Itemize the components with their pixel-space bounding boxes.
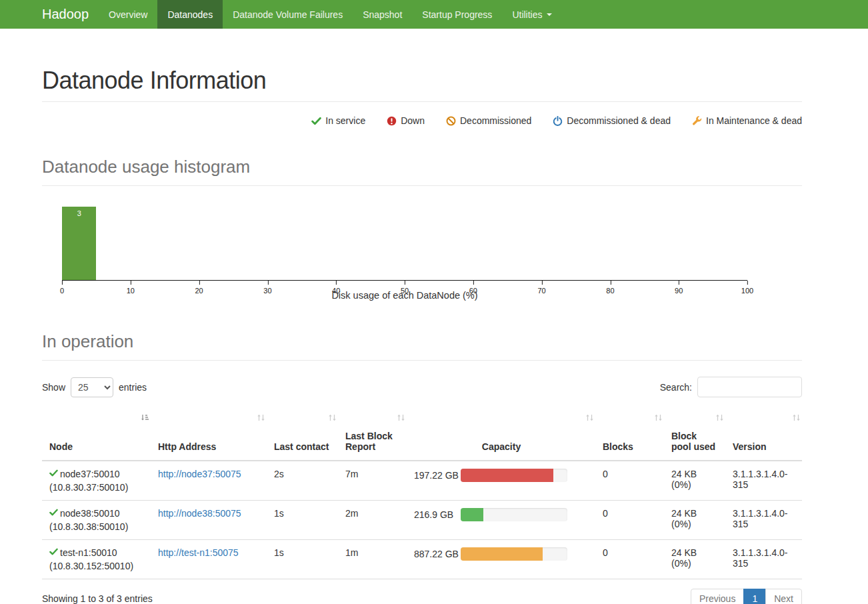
node-cell: test-n1:50010 (10.8.30.152:50010) — [42, 540, 151, 579]
column-header-last-block-report[interactable]: Last Block Report — [338, 408, 407, 461]
sort-both-icon — [585, 413, 594, 424]
version-cell: 3.1.1.3.1.4.0-315 — [725, 501, 802, 540]
x-tick-label: 70 — [537, 287, 545, 295]
table-row: node38:50010 (10.8.30.38:50010) http://n… — [42, 501, 802, 540]
node-ip: (10.8.30.37:50010) — [49, 482, 144, 493]
next-button[interactable]: Next — [765, 589, 802, 604]
histogram-section-heading: Datanode usage histogram — [42, 157, 802, 177]
legend-decommissioned: Decommissioned — [446, 115, 531, 126]
column-header-capacity[interactable]: Capacity — [407, 408, 595, 461]
x-tick-label: 30 — [263, 287, 271, 295]
column-label: Capacity — [482, 441, 521, 452]
column-header-last-contact[interactable]: Last contact — [267, 408, 338, 461]
column-header-node[interactable]: Node — [42, 408, 151, 461]
table-row: node37:50010 (10.8.30.37:50010) http://n… — [42, 461, 802, 501]
tab-label: Overview — [109, 9, 147, 20]
legend-label: Decommissioned & dead — [567, 115, 671, 126]
check-icon — [49, 547, 58, 558]
tab-label: Datanodes — [167, 9, 213, 20]
tab-overview[interactable]: Overview — [99, 0, 157, 29]
previous-button[interactable]: Previous — [691, 589, 744, 604]
column-header-blocks[interactable]: Blocks — [595, 408, 664, 461]
last-block-report-cell: 1m — [338, 540, 407, 579]
http-address-link[interactable]: http://node38:50075 — [158, 508, 241, 519]
pagination-page-1[interactable]: 1 — [744, 589, 766, 604]
http-address-link[interactable]: http://node37:50075 — [158, 469, 241, 479]
capacity-cell: 216.9 GB — [407, 501, 595, 540]
divider — [42, 360, 802, 361]
show-label: Show — [42, 382, 65, 393]
legend-label: In Maintenance & dead — [706, 115, 802, 126]
tab-utilities-dropdown[interactable]: Utilities — [502, 0, 561, 29]
x-tick-label: 0 — [60, 287, 64, 295]
x-tick-label: 10 — [127, 287, 135, 295]
table-header-row: Node Http Address Last contact — [42, 408, 802, 461]
search-input[interactable] — [697, 377, 802, 397]
check-icon — [311, 116, 321, 126]
version-cell: 3.1.1.3.1.4.0-315 — [725, 461, 802, 501]
histogram-plot-area: 3 — [62, 207, 747, 281]
node-name: test-n1:50010 — [60, 547, 117, 558]
capacity-progress-bar — [461, 508, 567, 521]
page-length-control: Show 25 entries — [42, 377, 147, 397]
tab-label: Utilities — [512, 9, 542, 20]
sort-both-icon — [654, 413, 663, 424]
column-label: Last Block Report — [345, 431, 393, 452]
node-name: node38:50010 — [60, 508, 120, 519]
column-label: Node — [49, 441, 73, 452]
tab-datanode-volume-failures[interactable]: Datanode Volume Failures — [223, 0, 353, 29]
pagination-previous[interactable]: Previous — [691, 589, 744, 604]
capacity-cell: 197.22 GB — [407, 461, 595, 501]
brand-logo[interactable]: Hadoop — [0, 0, 99, 29]
capacity-progress-bar — [461, 469, 567, 482]
legend-decommissioned-dead: Decommissioned & dead — [553, 115, 671, 126]
x-tick-label: 60 — [469, 287, 477, 295]
tab-datanodes[interactable]: Datanodes — [157, 0, 223, 29]
column-label: Version — [733, 441, 767, 452]
http-address-cell: http://node38:50075 — [151, 501, 267, 540]
x-tick-label: 100 — [741, 287, 753, 295]
last-contact-cell: 1s — [267, 501, 338, 540]
ban-icon — [446, 116, 456, 126]
search-control: Search: — [660, 377, 802, 397]
block-pool-used-cell: 24 KB (0%) — [664, 540, 725, 579]
capacity-value: 216.9 GB — [414, 509, 453, 520]
divider — [42, 101, 802, 102]
histogram-bar-count: 3 — [62, 207, 96, 217]
legend-label: Down — [401, 115, 425, 126]
check-icon — [49, 469, 58, 479]
status-legend: In service Down Decommissioned Decommiss… — [42, 115, 802, 126]
x-tick-label: 40 — [332, 287, 340, 295]
entries-label: entries — [119, 382, 147, 393]
check-icon — [49, 508, 58, 519]
chevron-down-icon — [547, 13, 552, 16]
pagination: Previous 1 Next — [691, 589, 802, 604]
column-label: Blocks — [603, 441, 633, 452]
divider — [42, 185, 802, 186]
legend-label: Decommissioned — [460, 115, 531, 126]
page-1-button[interactable]: 1 — [743, 589, 766, 604]
pagination-next[interactable]: Next — [766, 589, 802, 604]
search-label: Search: — [660, 382, 692, 393]
block-pool-used-cell: 24 KB (0%) — [664, 461, 725, 501]
node-cell: node37:50010 (10.8.30.37:50010) — [42, 461, 151, 501]
datanodes-table: Node Http Address Last contact — [42, 408, 802, 579]
blocks-cell: 0 — [595, 461, 664, 501]
tab-snapshot[interactable]: Snapshot — [353, 0, 412, 29]
table-controls: Show 25 entries Search: — [42, 377, 802, 397]
capacity-value: 197.22 GB — [414, 470, 453, 481]
column-header-http-address[interactable]: Http Address — [151, 408, 267, 461]
column-header-block-pool-used[interactable]: Block pool used — [664, 408, 725, 461]
last-block-report-cell: 2m — [338, 501, 407, 540]
sort-both-icon — [328, 413, 337, 424]
tab-startup-progress[interactable]: Startup Progress — [412, 0, 502, 29]
page-length-select[interactable]: 25 — [71, 377, 113, 397]
exclamation-circle-icon — [387, 116, 397, 126]
column-header-version[interactable]: Version — [725, 408, 802, 461]
http-address-link[interactable]: http://test-n1:50075 — [158, 547, 239, 558]
histogram-x-axis-ticks: 0102030405060708090100 — [62, 281, 747, 297]
power-icon — [553, 116, 563, 126]
node-name: node37:50010 — [60, 469, 120, 479]
legend-in-service: In service — [311, 115, 365, 126]
version-cell: 3.1.1.3.1.4.0-315 — [725, 540, 802, 579]
